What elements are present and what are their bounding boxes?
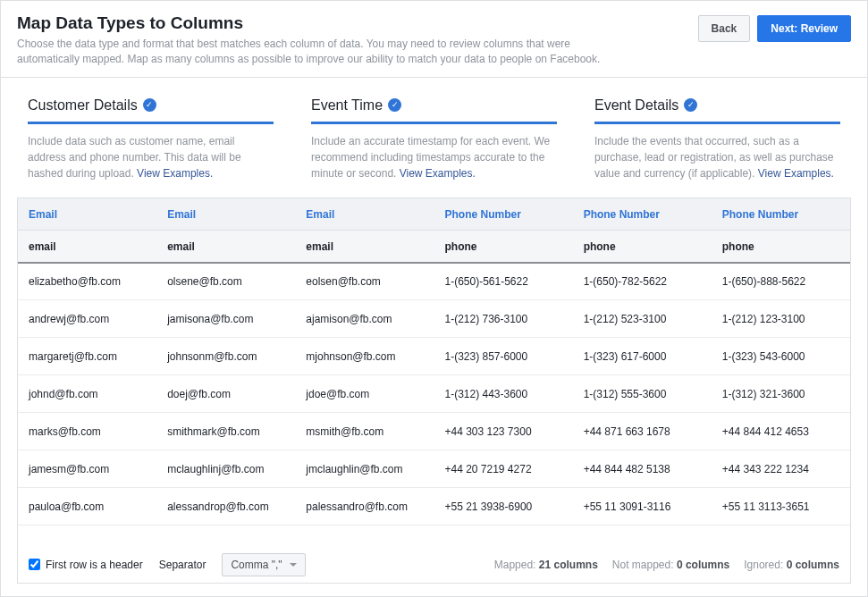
mapped-count: Mapped: 21 columns: [494, 559, 598, 571]
table-row: margaretj@fb.comjohnsonm@fb.commjohnson@…: [18, 338, 850, 375]
column-source-header: phone: [434, 231, 572, 263]
table-cell: +44 844 412 4653: [712, 413, 850, 450]
table-cell: 1-(650)-561-5622: [434, 263, 572, 300]
next-review-button[interactable]: Next: Review: [757, 15, 851, 42]
first-row-header-label: First row is a header: [46, 559, 143, 571]
column-source-header: email: [18, 231, 156, 263]
check-icon: ✓: [388, 98, 401, 112]
info-sections: Customer Details ✓ Include data such as …: [1, 78, 867, 198]
section-head: Event Details ✓: [594, 97, 840, 124]
column-source-header: email: [156, 231, 295, 263]
check-icon: ✓: [684, 98, 697, 112]
table-row: andrewj@fb.comjamisona@fb.comajamison@fb…: [18, 300, 850, 338]
table-cell: 1-(312) 555-3600: [573, 375, 712, 413]
table-cell: 1-(323) 543-6000: [712, 338, 850, 375]
ignored-count: Ignored: 0 columns: [744, 559, 839, 571]
table-cell: 1-(212) 123-3100: [712, 300, 850, 338]
table-cell: msmith@fb.com: [295, 413, 434, 450]
chevron-down-icon: [290, 563, 297, 567]
separator-select[interactable]: Comma ",": [222, 553, 305, 576]
table-cell: marks@fb.com: [18, 413, 156, 450]
table-cell: +44 343 222 1234: [712, 450, 850, 488]
column-type-row: EmailEmailEmailPhone NumberPhone NumberP…: [18, 198, 850, 231]
table-body: elizabetho@fb.comolsene@fb.comeolsen@fb.…: [18, 263, 850, 526]
table-cell: doej@fb.com: [156, 375, 295, 413]
section-title: Event Details: [594, 97, 678, 114]
column-type-selector[interactable]: Email: [18, 198, 156, 231]
table-cell: andrewj@fb.com: [18, 300, 156, 338]
table-cell: palessandro@fb.com: [295, 488, 434, 526]
table-cell: +44 20 7219 4272: [434, 450, 572, 488]
table-footer: First row is a header Separator Comma ",…: [17, 546, 851, 584]
column-source-header: phone: [573, 231, 712, 263]
table-cell: mjohnson@fb.com: [295, 338, 434, 375]
view-examples-link[interactable]: View Examples.: [758, 167, 834, 180]
section-head: Customer Details ✓: [28, 97, 274, 124]
section-event-details: Event Details ✓ Include the events that …: [594, 97, 840, 181]
table-cell: 1-(323) 617-6000: [573, 338, 712, 375]
table-cell: alessandrop@fb.com: [156, 488, 295, 526]
table-cell: jamesm@fb.com: [18, 450, 156, 488]
mapping-table-wrap: EmailEmailEmailPhone NumberPhone NumberP…: [17, 198, 851, 546]
column-type-selector[interactable]: Email: [295, 198, 434, 231]
section-title: Event Time: [311, 97, 383, 114]
section-event-time: Event Time ✓ Include an accurate timesta…: [311, 97, 557, 181]
header-text: Map Data Types to Columns Choose the dat…: [17, 13, 625, 68]
table-cell: +44 844 482 5138: [573, 450, 712, 488]
column-source-header: phone: [712, 231, 850, 263]
page-header: Map Data Types to Columns Choose the dat…: [1, 1, 867, 78]
section-desc: Include an accurate timestamp for each e…: [311, 133, 557, 181]
column-type-selector[interactable]: Phone Number: [712, 198, 850, 231]
table-cell: 1-(650)-888-5622: [712, 263, 850, 300]
table-cell: smithmark@fb.com: [156, 413, 295, 450]
table-cell: 1-(212) 523-3100: [573, 300, 712, 338]
separator-value: Comma ",": [231, 559, 282, 571]
table-cell: 1-(312) 321-3600: [712, 375, 850, 413]
section-desc: Include the events that occurred, such a…: [594, 133, 840, 181]
table-cell: 1-(650)-782-5622: [573, 263, 712, 300]
column-type-selector[interactable]: Phone Number: [573, 198, 712, 231]
header-buttons: Back Next: Review: [698, 15, 851, 42]
section-customer-details: Customer Details ✓ Include data such as …: [28, 97, 274, 181]
table-cell: pauloa@fb.com: [18, 488, 156, 526]
table-cell: 1-(212) 736-3100: [434, 300, 572, 338]
table-cell: eolsen@fb.com: [295, 263, 434, 300]
separator-label: Separator: [159, 559, 206, 571]
column-source-header: email: [295, 231, 434, 263]
table-cell: jmclaughlin@fb.com: [295, 450, 434, 488]
app-container: Map Data Types to Columns Choose the dat…: [0, 0, 868, 597]
section-desc: Include data such as customer name, emai…: [28, 133, 274, 181]
table-cell: 1-(323) 857-6000: [434, 338, 572, 375]
table-cell: +44 303 123 7300: [434, 413, 572, 450]
table-row: pauloa@fb.comalessandrop@fb.compalessand…: [18, 488, 850, 526]
table-cell: ajamison@fb.com: [295, 300, 434, 338]
view-examples-link[interactable]: View Examples.: [137, 167, 213, 180]
table-cell: 1-(312) 443-3600: [434, 375, 572, 413]
first-row-header-checkbox[interactable]: First row is a header: [29, 559, 143, 571]
page-title: Map Data Types to Columns: [17, 13, 625, 33]
column-type-selector[interactable]: Phone Number: [434, 198, 572, 231]
table-cell: +44 871 663 1678: [573, 413, 712, 450]
mapping-table: EmailEmailEmailPhone NumberPhone NumberP…: [18, 198, 850, 526]
table-cell: +55 11 3091-3116: [573, 488, 712, 526]
not-mapped-count: Not mapped: 0 columns: [612, 559, 729, 571]
view-examples-link[interactable]: View Examples.: [400, 167, 476, 180]
table-cell: jamisona@fb.com: [156, 300, 295, 338]
table-row: johnd@fb.comdoej@fb.comjdoe@fb.com1-(312…: [18, 375, 850, 413]
first-row-header-input[interactable]: [29, 559, 40, 570]
check-icon: ✓: [143, 98, 156, 112]
table-cell: johnsonm@fb.com: [156, 338, 295, 375]
table-cell: jdoe@fb.com: [295, 375, 434, 413]
table-row: elizabetho@fb.comolsene@fb.comeolsen@fb.…: [18, 263, 850, 300]
table-cell: olsene@fb.com: [156, 263, 295, 300]
table-row: marks@fb.comsmithmark@fb.commsmith@fb.co…: [18, 413, 850, 450]
section-head: Event Time ✓: [311, 97, 557, 124]
mapping-counts: Mapped: 21 columns Not mapped: 0 columns…: [494, 559, 839, 571]
table-cell: mclaughlinj@fb.com: [156, 450, 295, 488]
column-type-selector[interactable]: Email: [156, 198, 295, 231]
table-cell: margaretj@fb.com: [18, 338, 156, 375]
back-button[interactable]: Back: [698, 15, 751, 42]
table-cell: elizabetho@fb.com: [18, 263, 156, 300]
table-cell: +55 11 3113-3651: [712, 488, 850, 526]
table-row: jamesm@fb.commclaughlinj@fb.comjmclaughl…: [18, 450, 850, 488]
